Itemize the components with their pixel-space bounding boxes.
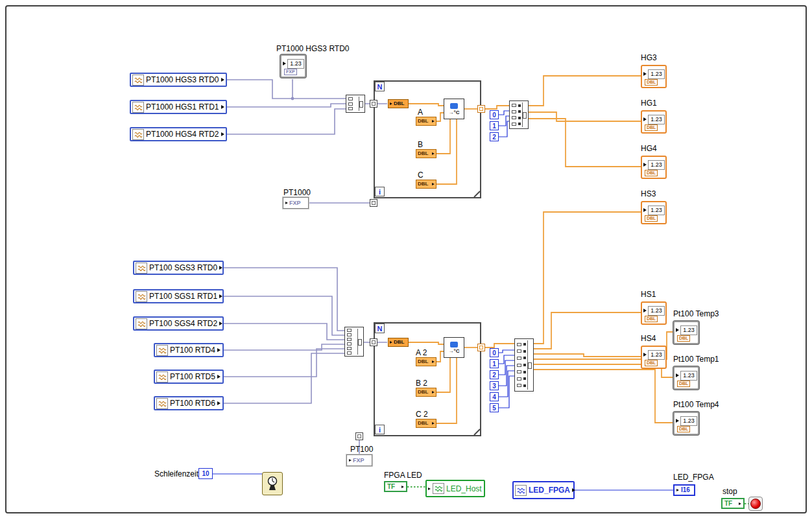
int-constant-0[interactable]: 0 xyxy=(490,110,499,119)
fpga-io-node-pt100-rtd4[interactable]: PT100 RTD4 xyxy=(154,343,224,357)
input-arrow-icon xyxy=(676,328,679,332)
numeric-indicator-hg3[interactable]: 1.23 DBL xyxy=(641,65,667,88)
io-node-label: PT100 RTD4 xyxy=(170,346,215,355)
dbl-control-b2[interactable]: DBL xyxy=(416,388,436,397)
build-array-node[interactable] xyxy=(346,95,365,113)
input-arrow-icon xyxy=(676,373,679,377)
label-constant-b2: B 2 xyxy=(416,379,427,388)
int-constant-2[interactable]: 2 xyxy=(490,370,499,379)
int-constant-3[interactable]: 3 xyxy=(490,381,499,390)
fxp-control-pt100[interactable]: FXP xyxy=(346,454,372,466)
array-input-cell xyxy=(512,104,516,107)
array-input-cell xyxy=(347,329,352,332)
index-array-row xyxy=(515,377,533,381)
numeric-indicator-hs4[interactable]: 1.23 DBL xyxy=(641,346,667,369)
label-constant-c2: C 2 xyxy=(416,410,428,419)
fpga-io-node-pt100-rtd5[interactable]: PT100 RTD5 xyxy=(154,370,224,384)
array-input-cell xyxy=(347,347,352,350)
index-array-row xyxy=(515,343,533,346)
io-node-led-host[interactable]: LED_Host xyxy=(425,480,485,497)
wire-dbl xyxy=(527,112,641,121)
indicator-type: DBL xyxy=(645,124,658,131)
fpga-io-node-pt1000-hgs1-rtd1[interactable]: PT1000 HGS1 RTD1 xyxy=(130,100,227,114)
int-constant-4[interactable]: 4 xyxy=(490,392,499,401)
wire-fxp xyxy=(227,109,346,134)
index-array-node[interactable] xyxy=(514,338,534,392)
analog-waveform-icon xyxy=(156,371,168,383)
label-schleifenzeit: Schleifenzeit xyxy=(154,469,198,478)
index-array-row xyxy=(510,123,528,126)
boolean-control-fpga-led[interactable]: TF xyxy=(384,481,407,492)
int-constant-1[interactable]: 1 xyxy=(490,359,499,368)
numeric-indicator-pt100-temp4[interactable]: 1.23 DBL xyxy=(673,412,699,435)
fpga-io-node-pt1000-hgs3-rtd0[interactable]: PT1000 HGS3 RTD0 xyxy=(130,73,227,87)
indicator-value: 1.23 xyxy=(680,416,697,426)
terminal-arrow-icon xyxy=(285,202,288,204)
label-hg1: HG1 xyxy=(641,99,657,108)
indicator-type: DBL xyxy=(677,426,690,432)
wait-ms-node[interactable] xyxy=(262,472,283,495)
to-double-conversion[interactable]: DBL xyxy=(388,338,409,347)
dbl-type-label: DBL xyxy=(418,151,428,156)
io-node-led-fpga[interactable]: LED_FPGA xyxy=(512,481,575,499)
fpga-io-node-pt100-rtd6[interactable]: PT100 RTD6 xyxy=(154,396,224,410)
array-input-cell xyxy=(517,349,521,353)
fpga-io-node-pt1000-hgs4-rtd2[interactable]: PT1000 HGS4 RTD2 xyxy=(130,127,227,141)
wire-dbl xyxy=(485,106,509,109)
fxp-type-label: FXP xyxy=(289,200,301,206)
stop-button[interactable] xyxy=(748,497,763,511)
wire-fxp xyxy=(224,353,344,403)
dbl-control-a2[interactable]: DBL xyxy=(416,357,436,366)
int-constant-2[interactable]: 2 xyxy=(490,132,499,141)
dbl-type-label: DBL xyxy=(418,359,428,364)
dbl-control-a[interactable]: DBL xyxy=(416,117,436,126)
int-constant-5[interactable]: 5 xyxy=(490,403,499,412)
wire-int xyxy=(499,121,509,137)
boolean-type-label: TF xyxy=(724,500,732,507)
io-node-label: LED_Host xyxy=(446,484,482,493)
label-hs4: HS4 xyxy=(641,334,656,343)
numeric-indicator-hs1[interactable]: 1.23 DBL xyxy=(641,301,667,325)
index-array-node[interactable] xyxy=(509,100,529,129)
dbl-control-c2[interactable]: DBL xyxy=(416,419,436,428)
fxp-control-pt1000[interactable]: FXP xyxy=(283,197,309,209)
int-constant-loop-time[interactable]: 10 xyxy=(198,468,213,479)
to-double-conversion[interactable]: DBL xyxy=(388,99,409,108)
analog-waveform-icon xyxy=(136,318,147,329)
label-fpga-led: FPGA LED xyxy=(384,471,422,480)
fpga-io-node-pt100-sgs1-rtd1[interactable]: PT100 SGS1 RTD1 xyxy=(133,289,224,303)
io-node-label: PT100 SGS4 RTD2 xyxy=(149,319,217,328)
fpga-io-node-pt100-sgs3-rtd0[interactable]: PT100 SGS3 RTD0 xyxy=(133,261,224,275)
indicator-value: 1.23 xyxy=(648,206,665,215)
numeric-indicator-led-fpga[interactable]: I16 xyxy=(673,484,695,496)
conversion-label: DBL xyxy=(394,340,404,345)
analog-waveform-icon xyxy=(515,485,527,496)
array-input-cell xyxy=(517,343,521,346)
boolean-control-stop[interactable]: TF xyxy=(721,498,745,509)
rtd-to-temperature-subvi[interactable]: →°C xyxy=(444,337,464,358)
index-dot-icon xyxy=(523,377,526,380)
array-input-cell xyxy=(517,357,521,360)
label-constant-c: C xyxy=(418,171,424,180)
rtd-to-temperature-subvi[interactable]: →°C xyxy=(444,99,464,119)
input-arrow-icon xyxy=(428,488,431,490)
dbl-control-b[interactable]: DBL xyxy=(416,149,436,158)
fpga-io-node-pt100-sgs4-rtd2[interactable]: PT100 SGS4 RTD2 xyxy=(133,316,224,331)
int-constant-1[interactable]: 1 xyxy=(490,121,499,130)
numeric-indicator-hg1[interactable]: 1.23 DBL xyxy=(641,110,667,134)
numeric-indicator-pt100-temp3[interactable]: 1.23 DBL xyxy=(673,321,699,344)
output-arrow-icon xyxy=(217,375,221,379)
numeric-indicator-pt1000-hgs3-rtd0[interactable]: 1.23 FXP xyxy=(280,54,306,78)
numeric-indicator-pt100-temp1[interactable]: 1.23 DBL xyxy=(673,366,699,390)
index-array-row xyxy=(515,364,533,367)
dbl-control-c[interactable]: DBL xyxy=(416,180,436,189)
output-arrow-icon xyxy=(221,78,224,82)
int-constant-0[interactable]: 0 xyxy=(490,348,499,357)
numeric-indicator-hs3[interactable]: 1.23 DBL xyxy=(641,201,667,224)
array-input-cell xyxy=(517,364,521,367)
input-arrow-icon xyxy=(643,117,647,121)
label-stop: stop xyxy=(722,487,737,496)
numeric-indicator-hg4[interactable]: 1.23 DBL xyxy=(641,156,667,179)
dbl-type-label: DBL xyxy=(418,390,428,395)
build-array-node[interactable] xyxy=(344,327,364,357)
